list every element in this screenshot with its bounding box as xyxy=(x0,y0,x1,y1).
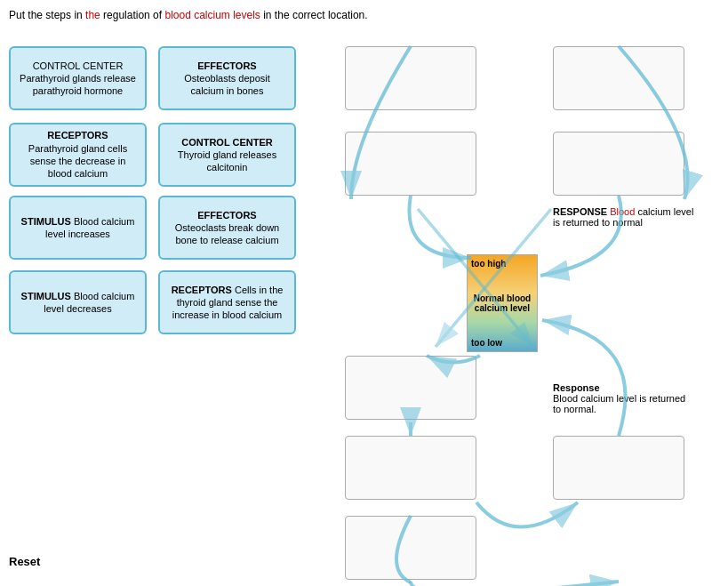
response-label-1: RESPONSE Blood calcium level is returned… xyxy=(553,206,695,228)
dropzone-4[interactable] xyxy=(553,132,684,196)
card-2[interactable]: EFFECTORSOsteoblasts deposit calcium in … xyxy=(158,46,296,110)
card-6[interactable]: EFFECTORSOsteoclasts break down bone to … xyxy=(158,196,296,260)
dropzone-6[interactable] xyxy=(345,436,476,500)
card-1[interactable]: CONTROL CENTER Parathyroid glands releas… xyxy=(9,46,147,110)
card-3[interactable]: RECEPTORSParathyroid gland cells sense t… xyxy=(9,123,147,187)
card-7[interactable]: STIMULUS Blood calcium level decreases xyxy=(9,270,147,334)
dropzone-2[interactable] xyxy=(553,46,684,110)
dropzone-5[interactable] xyxy=(345,356,476,420)
card-5[interactable]: STIMULUS Blood calcium level increases xyxy=(9,196,147,260)
dropzone-3[interactable] xyxy=(345,132,476,196)
dropzone-1[interactable] xyxy=(345,46,476,110)
response-label-2: Response Blood calcium level is returned… xyxy=(553,382,686,414)
dropzone-7[interactable] xyxy=(553,436,684,500)
normal-label: Normal bloodcalcium level xyxy=(471,293,533,313)
reset-button[interactable]: Reset xyxy=(9,555,40,568)
calcium-level-box: too high Normal bloodcalcium level too l… xyxy=(467,254,538,352)
card-4[interactable]: CONTROL CENTERThyroid gland releases cal… xyxy=(158,123,296,187)
too-low-label: too low xyxy=(471,338,533,348)
too-high-label: too high xyxy=(471,259,533,269)
dropzone-8[interactable] xyxy=(345,516,476,580)
instruction-text: Put the steps in the regulation of blood… xyxy=(9,9,368,21)
card-8[interactable]: RECEPTORS Cells in the thyroid gland sen… xyxy=(158,270,296,334)
